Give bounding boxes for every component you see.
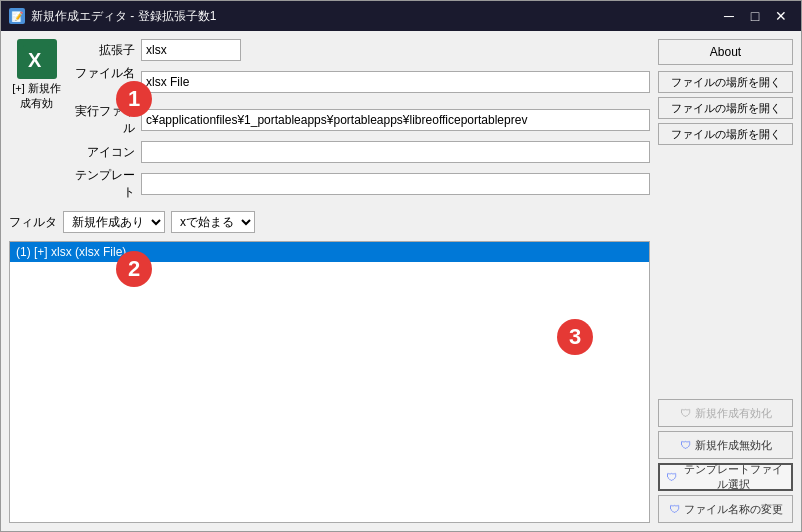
title-bar-left: 📝 新規作成エディタ - 登録拡張子数1 bbox=[9, 8, 216, 25]
executable-row: 実行ファイル bbox=[70, 103, 650, 137]
extension-label: 拡張子 bbox=[70, 42, 135, 59]
open-file-btn-1[interactable]: ファイルの場所を開く bbox=[658, 71, 793, 93]
title-buttons: ─ □ ✕ bbox=[717, 6, 793, 26]
fields-section: 拡張子 ファイル名称 実行ファイル アイコン bbox=[70, 39, 650, 201]
svg-text:X: X bbox=[28, 49, 42, 71]
maximize-button[interactable]: □ bbox=[743, 6, 767, 26]
icon-row: アイコン bbox=[70, 141, 650, 163]
right-fields: ファイルの場所を開く ファイルの場所を開く ファイルの場所を開く bbox=[658, 71, 793, 145]
extension-row: 拡張子 bbox=[70, 39, 650, 61]
top-section: X [+] 新規作成有効 拡張子 ファイル名称 bbox=[9, 39, 650, 201]
shield-icon-rename: 🛡 bbox=[669, 503, 680, 515]
icon-label: アイコン bbox=[70, 144, 135, 161]
filter-select1[interactable]: 新規作成あり 新規作成なし すべて bbox=[63, 211, 165, 233]
icon-input[interactable] bbox=[141, 141, 650, 163]
window-title: 新規作成エディタ - 登録拡張子数1 bbox=[31, 8, 216, 25]
enable-label: 新規作成有効化 bbox=[695, 406, 772, 421]
filter-row: フィルタ 新規作成あり 新規作成なし すべて xで始まる すべて bbox=[9, 211, 650, 233]
shield-icon-enable: 🛡 bbox=[680, 407, 691, 419]
template-input[interactable] bbox=[141, 173, 650, 195]
filename-row: ファイル名称 bbox=[70, 65, 650, 99]
filter-select2[interactable]: xで始まる すべて bbox=[171, 211, 255, 233]
title-bar: 📝 新規作成エディタ - 登録拡張子数1 ─ □ ✕ bbox=[1, 1, 801, 31]
executable-label: 実行ファイル bbox=[70, 103, 135, 137]
disable-button[interactable]: 🛡 新規作成無効化 bbox=[658, 431, 793, 459]
open-file-btn-3[interactable]: ファイルの場所を開く bbox=[658, 123, 793, 145]
filename-input[interactable] bbox=[141, 71, 650, 93]
close-button[interactable]: ✕ bbox=[769, 6, 793, 26]
select-template-label: テンプレートファイル選択 bbox=[681, 462, 785, 492]
extension-input[interactable] bbox=[141, 39, 241, 61]
new-creation-label: [+] 新規作成有効 bbox=[9, 81, 64, 111]
disable-label: 新規作成無効化 bbox=[695, 438, 772, 453]
rename-button[interactable]: 🛡 ファイル名称の変更 bbox=[658, 495, 793, 523]
file-list[interactable]: (1) [+] xlsx (xlsx File) bbox=[9, 241, 650, 523]
list-item[interactable]: (1) [+] xlsx (xlsx File) bbox=[10, 242, 649, 262]
shield-icon-disable: 🛡 bbox=[680, 439, 691, 451]
left-icon-section: X [+] 新規作成有効 bbox=[9, 39, 64, 111]
filename-label: ファイル名称 bbox=[70, 65, 135, 99]
enable-button[interactable]: 🛡 新規作成有効化 bbox=[658, 399, 793, 427]
about-button[interactable]: About bbox=[658, 39, 793, 65]
action-buttons: 🛡 新規作成有効化 🛡 新規作成無効化 🛡 テンプレートファイル選択 🛡 ファイ… bbox=[658, 399, 793, 523]
minimize-button[interactable]: ─ bbox=[717, 6, 741, 26]
executable-input[interactable] bbox=[141, 109, 650, 131]
main-window: 📝 新規作成エディタ - 登録拡張子数1 ─ □ ✕ 1 2 3 bbox=[0, 0, 802, 532]
select-template-button[interactable]: 🛡 テンプレートファイル選択 bbox=[658, 463, 793, 491]
template-row: テンプレート bbox=[70, 167, 650, 201]
main-panel: X [+] 新規作成有効 拡張子 ファイル名称 bbox=[9, 39, 650, 523]
excel-icon: X bbox=[17, 39, 57, 79]
content-area: 1 2 3 X [+] 新規作成有効 bbox=[1, 31, 801, 531]
window-icon: 📝 bbox=[9, 8, 25, 24]
shield-icon-template: 🛡 bbox=[666, 471, 677, 483]
open-file-btn-2[interactable]: ファイルの場所を開く bbox=[658, 97, 793, 119]
right-panel: About ファイルの場所を開く ファイルの場所を開く ファイルの場所を開く 🛡… bbox=[658, 39, 793, 523]
template-label: テンプレート bbox=[70, 167, 135, 201]
filter-label: フィルタ bbox=[9, 214, 57, 231]
rename-label: ファイル名称の変更 bbox=[684, 502, 783, 517]
